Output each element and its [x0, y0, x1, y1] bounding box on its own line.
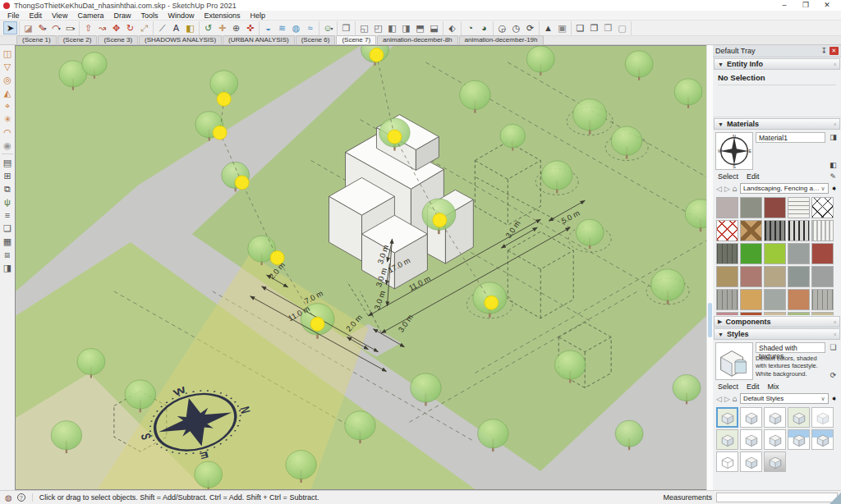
material-swatch-granite-speckled[interactable]: [811, 266, 834, 287]
material-swatch-stone-pink[interactable]: [716, 312, 738, 315]
document-icon[interactable]: ❏: [830, 343, 836, 351]
frames-tool-icon[interactable]: ⧈: [1, 248, 14, 261]
ring-tool-icon[interactable]: ◎: [1, 73, 14, 86]
material-swatch-bamboo[interactable]: [811, 312, 834, 315]
menu-item-camera[interactable]: Camera: [72, 11, 108, 20]
top-view-button-icon[interactable]: ◰: [371, 21, 385, 34]
filter-tool-icon[interactable]: ▽: [1, 60, 14, 73]
sun-tool-icon[interactable]: ✳: [1, 112, 14, 126]
scale-tool-icon[interactable]: ⤢: [137, 21, 151, 34]
next-view-button-icon[interactable]: ◷: [509, 21, 523, 34]
add-box-tool-icon[interactable]: ⊞: [1, 169, 14, 182]
text-tool-icon[interactable]: A: [169, 21, 183, 34]
close-button[interactable]: ✕: [816, 0, 838, 11]
look-around-tool-icon[interactable]: ◕: [477, 21, 491, 34]
menu-item-file[interactable]: File: [2, 11, 25, 20]
material-swatch-lattice-diamond-red[interactable]: [716, 220, 738, 241]
add-location-tool-icon[interactable]: ☺▾: [321, 21, 335, 34]
material-swatch-stone-gray[interactable]: [788, 266, 810, 287]
create-material-icon[interactable]: ◨: [830, 133, 837, 141]
styles-tab-mix[interactable]: Mix: [768, 383, 779, 391]
material-swatch-gravel-rose[interactable]: [740, 266, 762, 287]
grid-tool-icon[interactable]: ▦: [1, 235, 14, 248]
styles-tab-select[interactable]: Select: [718, 383, 738, 391]
eraser-tool-icon[interactable]: ◪: [21, 21, 35, 34]
section-cut-toggle-icon[interactable]: ◍: [289, 21, 303, 34]
geolocation-icon[interactable]: ◍: [5, 493, 12, 502]
follow-me-tool-icon[interactable]: ↝: [95, 21, 109, 34]
laptop-tool-icon[interactable]: ▤: [1, 156, 14, 169]
shadows-toggle-icon[interactable]: ▲: [541, 21, 555, 34]
viewport-canvas[interactable]: 17.0 m 11.0 m 3.0 m 5.0 m 3.0 m 2.0 m 7.…: [16, 46, 706, 489]
select-tool-icon[interactable]: ➤: [3, 21, 17, 34]
walk-tool-icon[interactable]: ◔: [463, 21, 477, 34]
style-thumb-style-dot-2[interactable]: [764, 429, 786, 450]
materials-header[interactable]: ▼ Materials ▫: [714, 118, 840, 130]
style-thumb-style-shaded-textures[interactable]: [716, 407, 738, 428]
menu-item-view[interactable]: View: [47, 11, 72, 20]
styles-tab-edit[interactable]: Edit: [747, 383, 760, 391]
style-thumb-style-sky-2[interactable]: [811, 429, 834, 450]
scene-tab-7[interactable]: (Scene 7): [336, 35, 376, 44]
lock-button-icon[interactable]: ▢: [615, 21, 629, 34]
zoom-tool-icon[interactable]: ⊕: [229, 21, 243, 34]
details-arrow-icon[interactable]: ➧: [831, 184, 838, 193]
material-swatch-thatch-tan[interactable]: [764, 312, 786, 315]
back-view-button-icon[interactable]: ⬒: [413, 21, 427, 34]
scene-tab-4[interactable]: (SHADOWS ANALYSIS): [139, 35, 222, 44]
scene-tab-9[interactable]: animation-december-19h: [459, 35, 544, 44]
material-swatch-fence-iron-dark[interactable]: [764, 220, 786, 241]
scene-tab-5[interactable]: (URBAN ANALYSIS): [223, 35, 295, 44]
scene-tab-2[interactable]: (Scene 2): [57, 35, 98, 44]
material-swatch-brick-red[interactable]: [764, 197, 786, 218]
grass-tool-icon[interactable]: ψ: [1, 195, 14, 208]
menu-item-help[interactable]: Help: [245, 11, 270, 20]
previous-view-button-icon[interactable]: ◶: [495, 21, 509, 34]
material-swatch-paving-gray[interactable]: [716, 197, 738, 218]
components-header[interactable]: ▶ Components ▫: [714, 316, 840, 328]
push-pull-tool-icon[interactable]: ⇧: [81, 21, 95, 34]
refresh-styles-icon[interactable]: ⟳: [830, 371, 837, 379]
new-window-button-icon[interactable]: ❏: [573, 21, 587, 34]
pin-tray-icon[interactable]: ↧: [820, 47, 827, 55]
panel-options-icon[interactable]: ▫: [834, 61, 836, 68]
back-arrow-icon[interactable]: ◁: [716, 395, 722, 403]
style-thumb-style-fade[interactable]: [764, 451, 786, 472]
material-swatch-gate-metal[interactable]: [788, 220, 810, 241]
menu-item-extensions[interactable]: Extensions: [199, 11, 245, 20]
material-swatch-gravel-gray[interactable]: [788, 243, 810, 264]
material-swatch-wood-planks-dark[interactable]: [716, 243, 738, 264]
style-name-field[interactable]: Shaded with textures: [756, 342, 825, 353]
wheel-tool-icon[interactable]: ◉: [1, 139, 14, 152]
edit-box-tool-icon[interactable]: ⧉: [1, 182, 14, 195]
scene-tab-3[interactable]: (Scene 3): [98, 35, 138, 44]
maximize-button[interactable]: ❐: [795, 0, 816, 11]
export-animation-tool-icon[interactable]: ◫: [1, 47, 14, 60]
right-view-button-icon[interactable]: ◨: [399, 21, 413, 34]
match-photo-tool-icon[interactable]: ❐: [339, 21, 353, 34]
tray-scrollbar-thumb[interactable]: [708, 303, 712, 337]
panel-options-icon[interactable]: ▫: [834, 318, 836, 326]
material-swatch-tile-terracotta[interactable]: [740, 312, 762, 315]
menu-item-edit[interactable]: Edit: [25, 11, 48, 20]
materials-tab-select[interactable]: Select: [718, 172, 738, 181]
iso-view-button-icon[interactable]: ◱: [357, 21, 371, 34]
style-thumb-style-plain-3[interactable]: [740, 451, 762, 472]
material-swatch-sand-tan[interactable]: [740, 289, 762, 310]
material-swatch-wood-cross[interactable]: [740, 220, 762, 241]
measurements-input[interactable]: [716, 493, 838, 502]
material-swatch-turf-pale[interactable]: [788, 312, 810, 315]
visibility-box-tool-icon[interactable]: ◨: [1, 261, 14, 274]
set-default-material-icon[interactable]: ◧: [830, 161, 837, 169]
material-swatch-grass-green-light[interactable]: [764, 243, 786, 264]
material-swatch-pavers-orange[interactable]: [788, 289, 810, 310]
style-thumb-style-green-2[interactable]: [788, 407, 810, 428]
position-camera-tool-icon[interactable]: ⬖: [445, 21, 459, 34]
materials-collection-dropdown[interactable]: Landscaping, Fencing and Vege∨: [740, 183, 829, 194]
help-icon[interactable]: ?: [17, 493, 25, 502]
paint-bucket-tool-icon[interactable]: ◧: [183, 21, 197, 34]
forward-arrow-icon[interactable]: ▷: [724, 185, 730, 193]
home-icon[interactable]: ⌂: [733, 184, 738, 193]
layers-tool-icon[interactable]: ≡: [1, 208, 14, 222]
tray-scrollbar[interactable]: [706, 45, 713, 490]
